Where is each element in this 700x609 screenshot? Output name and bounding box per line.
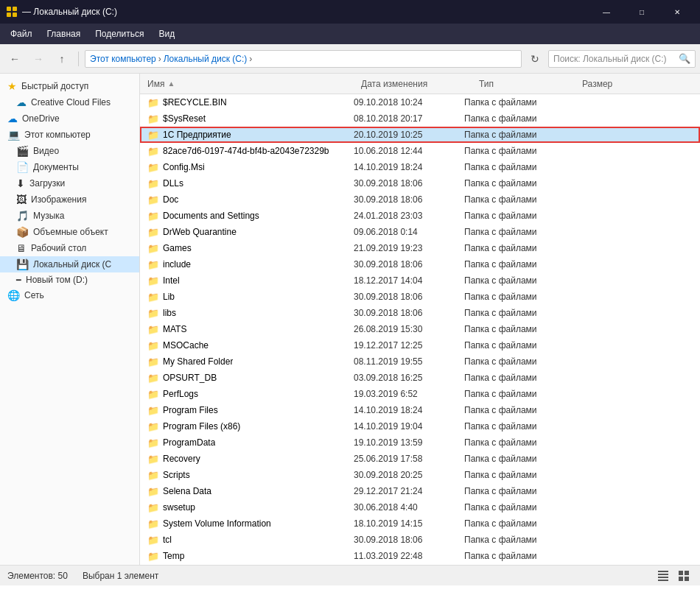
sidebar-item-label: Этот компьютер: [24, 130, 91, 140]
file-type: Папка с файлами: [464, 292, 560, 302]
file-row[interactable]: 📁 Intel 18.12.2017 14:04 Папка с файлами: [140, 272, 700, 289]
col-header-date[interactable]: Дата изменения: [361, 79, 472, 89]
file-date: 03.09.2018 16:25: [354, 373, 464, 383]
sidebar-item-new-volume[interactable]: ━ Новый том (D:): [0, 272, 139, 287]
file-row[interactable]: 📁 Temp 11.03.2019 22:48 Папка с файлами: [140, 548, 700, 564]
sidebar-item-label: Локальный диск (C: [33, 259, 111, 270]
sidebar-item-video[interactable]: 🎬 Видео: [0, 143, 139, 159]
up-button[interactable]: ↑: [52, 49, 72, 69]
path-segment-drive[interactable]: Локальный диск (C:): [164, 54, 248, 64]
file-row[interactable]: 📁 Games 21.09.2019 19:23 Папка с файлами: [140, 240, 700, 256]
file-date: 18.12.2017 14:04: [354, 275, 464, 286]
file-row[interactable]: 📁 PerfLogs 19.03.2019 6:52 Папка с файла…: [140, 386, 700, 402]
file-row[interactable]: 📁 OPSURT_DB 03.09.2018 16:25 Папка с фай…: [140, 370, 700, 386]
address-bar[interactable]: Этот компьютер › Локальный диск (C:) ›: [85, 50, 522, 68]
close-button[interactable]: ✕: [660, 0, 694, 24]
folder-icon: 📁: [147, 308, 159, 319]
file-row[interactable]: 📁 Program Files (x86) 14.10.2019 19:04 П…: [140, 418, 700, 434]
file-row[interactable]: 📁 Scripts 30.09.2018 20:25 Папка с файла…: [140, 467, 700, 483]
view-details-button[interactable]: [654, 568, 672, 584]
file-row[interactable]: 📁 Program Files 14.10.2019 18:24 Папка с…: [140, 402, 700, 418]
forward-button[interactable]: →: [28, 49, 49, 69]
items-count: Элементов: 50: [7, 571, 68, 581]
file-name: 📁 Doc: [147, 194, 354, 205]
minimize-button[interactable]: —: [589, 0, 623, 24]
sidebar-item-onedrive[interactable]: ☁ OneDrive: [0, 110, 139, 127]
folder-icon: 📁: [147, 194, 159, 205]
sidebar-item-creative-cloud[interactable]: ☁ Creative Cloud Files: [0, 94, 139, 110]
onedrive-icon: ☁: [7, 113, 18, 124]
file-row[interactable]: 📁 swsetup 30.06.2018 4:40 Папка с файлам…: [140, 499, 700, 515]
sidebar-item-network[interactable]: 🌐 Сеть: [0, 287, 139, 303]
file-name: 📁 libs: [147, 308, 354, 319]
file-type: Папка с файлами: [464, 194, 560, 205]
file-row[interactable]: 📁 DLLs 30.09.2018 18:06 Папка с файлами: [140, 175, 700, 191]
file-list: 📁 $RECYCLE.BIN 09.10.2018 10:24 Папка с …: [140, 94, 700, 565]
file-type: Папка с файлами: [464, 421, 560, 432]
sidebar-item-local-disk[interactable]: 💾 Локальный диск (C: [0, 256, 139, 272]
file-row[interactable]: 📁 Config.Msi 14.10.2019 18:24 Папка с фа…: [140, 159, 700, 175]
file-name: 📁 MSOCache: [147, 340, 354, 351]
folder-icon: 📁: [147, 243, 159, 254]
menu-file[interactable]: Файл: [3, 26, 40, 42]
file-row[interactable]: 📁 MSOCache 19.12.2017 12:25 Папка с файл…: [140, 337, 700, 353]
file-name: 📁 ProgramData: [147, 437, 354, 448]
sidebar-item-downloads[interactable]: ⬇ Загрузки: [0, 175, 139, 191]
sidebar-item-quick-access[interactable]: ★ Быстрый доступ: [0, 78, 139, 94]
sidebar-item-objects[interactable]: 📦 Объемные объект: [0, 224, 139, 240]
file-name: 📁 Temp: [147, 551, 354, 562]
search-box[interactable]: Поиск: Локальный диск (C:) 🔍: [548, 50, 696, 68]
file-type: Папка с файлами: [464, 275, 560, 286]
file-row[interactable]: 📁 Documents and Settings 24.01.2018 23:0…: [140, 208, 700, 224]
back-button[interactable]: ←: [4, 49, 25, 69]
downloads-icon: ⬇: [16, 177, 25, 189]
file-type: Папка с файлами: [464, 259, 560, 270]
folder-icon: 📁: [147, 389, 159, 400]
menu-share[interactable]: Поделиться: [88, 26, 151, 42]
selected-count: Выбран 1 элемент: [83, 571, 158, 581]
sidebar-item-images[interactable]: 🖼 Изображения: [0, 191, 139, 208]
sidebar-item-desktop[interactable]: 🖥 Рабочий стол: [0, 240, 139, 256]
file-row[interactable]: 📁 82ace7d6-0197-474d-bf4b-a2043e72329b 1…: [140, 143, 700, 159]
file-name: 📁 1С Предприятие: [147, 130, 354, 141]
file-name: 📁 Program Files (x86): [147, 421, 354, 432]
sidebar-item-this-pc[interactable]: 💻 Этот компьютер: [0, 127, 139, 143]
file-name: 📁 Documents and Settings: [147, 211, 354, 222]
file-row[interactable]: 📁 Recovery 25.06.2019 17:58 Папка с файл…: [140, 451, 700, 467]
file-row[interactable]: 📁 libs 30.09.2018 18:06 Папка с файлами: [140, 305, 700, 321]
desktop-icon: 🖥: [16, 242, 27, 254]
file-type: Папка с файлами: [464, 373, 560, 383]
col-header-size[interactable]: Размер: [582, 79, 641, 89]
file-row[interactable]: 📁 1С Предприятие 20.10.2019 10:25 Папка …: [140, 127, 700, 143]
file-row[interactable]: 📁 $SysReset 08.10.2018 20:17 Папка с фай…: [140, 110, 700, 127]
file-row[interactable]: 📁 tcl 30.09.2018 18:06 Папка с файлами: [140, 532, 700, 548]
sidebar-item-label: Загрузки: [29, 178, 65, 189]
menu-home[interactable]: Главная: [40, 26, 88, 42]
file-row[interactable]: 📁 MATS 26.08.2019 15:30 Папка с файлами: [140, 321, 700, 337]
folder-icon: 📁: [147, 178, 159, 189]
path-segment-pc[interactable]: Этот компьютер: [90, 54, 156, 64]
file-row[interactable]: 📁 System Volume Information 18.10.2019 1…: [140, 515, 700, 532]
refresh-button[interactable]: ↻: [526, 50, 544, 68]
file-row[interactable]: 📁 include 30.09.2018 18:06 Папка с файла…: [140, 256, 700, 272]
folder-icon: 📁: [147, 502, 159, 513]
maximize-button[interactable]: □: [625, 0, 659, 24]
folder-icon: 📁: [147, 518, 159, 529]
file-row[interactable]: 📁 My Shared Folder 08.11.2019 19:55 Папк…: [140, 353, 700, 370]
sidebar-item-documents[interactable]: 📄 Документы: [0, 159, 139, 175]
file-row[interactable]: 📁 Doc 30.09.2018 18:06 Папка с файлами: [140, 191, 700, 208]
file-date: 19.03.2019 6:52: [354, 389, 464, 399]
sidebar-item-label: OneDrive: [22, 113, 60, 124]
file-date: 30.09.2018 18:06: [354, 292, 464, 302]
file-row[interactable]: 📁 Lib 30.09.2018 18:06 Папка с файлами: [140, 289, 700, 305]
file-date: 08.10.2018 20:17: [354, 113, 464, 124]
sidebar-item-music[interactable]: 🎵 Музыка: [0, 208, 139, 224]
file-row[interactable]: 📁 DrWeb Quarantine 09.06.2018 0:14 Папка…: [140, 224, 700, 240]
file-row[interactable]: 📁 $RECYCLE.BIN 09.10.2018 10:24 Папка с …: [140, 94, 700, 110]
menu-view[interactable]: Вид: [151, 26, 182, 42]
view-tiles-button[interactable]: [675, 568, 693, 584]
col-header-type[interactable]: Тип: [479, 79, 575, 89]
col-header-name[interactable]: Имя ▲: [147, 79, 354, 89]
file-row[interactable]: 📁 Selena Data 29.12.2017 21:24 Папка с ф…: [140, 483, 700, 499]
file-row[interactable]: 📁 ProgramData 19.10.2019 13:59 Папка с ф…: [140, 434, 700, 451]
